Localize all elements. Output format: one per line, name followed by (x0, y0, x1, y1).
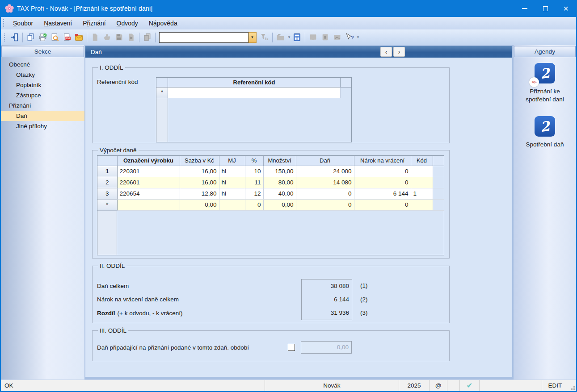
row-selector[interactable]: 1 (97, 166, 117, 177)
tax-table-new-row: * 0,00 0 0,00 0 0 (97, 199, 444, 210)
agenda-icon: 2 (535, 116, 555, 137)
status-mode: EDIT (542, 380, 568, 391)
sidebar-item-dan[interactable]: Daň (1, 111, 84, 121)
save-icon (115, 33, 123, 42)
filter-icon (260, 33, 269, 42)
print-preview-button[interactable] (49, 31, 61, 43)
close-button[interactable]: × (556, 0, 576, 17)
exit-icon (10, 33, 19, 42)
maximize-button[interactable] (535, 0, 556, 17)
submit-2-button[interactable] (319, 31, 331, 43)
col-oznaceni-vyrobku[interactable]: Označení výrobku (117, 156, 180, 166)
agenda-label: Přiznání ke spotřební dani (518, 88, 572, 104)
submit-2-icon (321, 33, 329, 42)
totals-box: 38 080 6 144 31 936 (301, 279, 352, 320)
submit-3-button[interactable] (331, 31, 343, 43)
col-pct[interactable]: % (245, 156, 263, 166)
ref-grid-cell[interactable] (168, 88, 341, 98)
rozdil-value: 31 936 (302, 306, 352, 320)
col-dan[interactable]: Daň (296, 156, 354, 166)
copy-record-icon (143, 33, 152, 42)
records-icon (276, 33, 285, 42)
sections-list: Obecné Otázky Poplatník Zástupce Přiznán… (1, 58, 84, 131)
ref-grid-corner (156, 78, 168, 88)
line-number-3: (3) (352, 306, 379, 320)
mail-button[interactable] (73, 31, 85, 43)
search-combobox: ▼ (159, 32, 257, 43)
row-selector[interactable]: 3 (97, 188, 117, 199)
tax-calc-legend: Výpočet daně (98, 147, 139, 154)
copy-record-button[interactable] (141, 31, 153, 43)
filter-button[interactable] (258, 31, 270, 43)
agenda-priznani-ke-spotrebni-dani[interactable]: 2 ✎ Přiznání ke spotřební dani (514, 63, 576, 104)
status-at-icon: @ (430, 380, 447, 391)
search-dropdown-button[interactable]: ▼ (248, 32, 257, 43)
mail-icon (75, 33, 83, 42)
pdf-export-icon: PDF (63, 33, 71, 42)
minimize-button[interactable] (514, 0, 535, 17)
resize-grip[interactable] (568, 380, 576, 391)
rozdil-label: Rozdíl (+ k odvodu, - k vrácení) (97, 306, 301, 320)
col-narok[interactable]: Nárok na vrácení (354, 156, 411, 166)
statusbar: OK Novák 2025 @ ✔ EDIT (1, 379, 576, 391)
line-number-1: (1) (352, 279, 379, 292)
new-row-marker[interactable]: * (97, 199, 117, 210)
next-section-button[interactable]: › (393, 47, 405, 57)
section-1-legend: I. ODDÍL (98, 64, 125, 71)
sidebar-item-jine-prilohy[interactable]: Jiné přílohy (1, 121, 84, 131)
menu-odvody[interactable]: Odvody (111, 18, 143, 29)
agenda-label: Spotřební daň (518, 141, 572, 149)
menu-priznani[interactable]: Přiznání (77, 18, 111, 29)
ref-grid-new-row-marker[interactable]: * (156, 88, 168, 98)
app-window: TAX Profi - Novák - [Přiznání ke spotřeb… (0, 0, 577, 392)
main-header: Daň ‹ › (85, 46, 512, 58)
menubar-grip (3, 19, 5, 27)
prev-section-button[interactable]: ‹ (380, 47, 392, 57)
calculator-button[interactable] (291, 31, 303, 43)
dan-pripadajici-checkbox[interactable] (288, 344, 295, 351)
dan-pripadajici-input: 0,00 (301, 341, 352, 354)
status-check-icon: ✔ (460, 380, 480, 391)
col-mj[interactable]: MJ (219, 156, 245, 166)
help-dropdown-arrow[interactable]: ▼ (356, 35, 360, 39)
records-button[interactable] (274, 31, 286, 43)
col-sazba[interactable]: Sazba v Kč (180, 156, 219, 166)
dan-celkem-value: 38 080 (302, 279, 352, 293)
sidebar-item-obecne[interactable]: Obecné (1, 59, 84, 70)
tax-table-row: 1 220301 16,00 hl 10 150,00 24 000 0 (97, 166, 444, 177)
approve-button[interactable] (101, 31, 113, 43)
sidebar-item-poplatnik[interactable]: Poplatník (1, 80, 84, 90)
new-record-button[interactable] (89, 31, 101, 43)
menu-soubor[interactable]: Soubor (8, 18, 38, 29)
context-help-button[interactable]: ? (343, 31, 355, 43)
save-button[interactable] (113, 31, 125, 43)
print-preview-icon (51, 33, 59, 42)
row-selector[interactable]: 2 (97, 177, 117, 188)
copy-pages-button[interactable] (25, 31, 37, 43)
line-number-2: (2) (352, 293, 379, 306)
col-mnozstvi[interactable]: Množství (263, 156, 296, 166)
sidebar-item-zastupce[interactable]: Zástupce (1, 90, 84, 100)
submit-1-button[interactable] (307, 31, 319, 43)
menu-nastaveni[interactable]: Nastavení (38, 18, 77, 29)
agendy-panel-header: Agendy (514, 46, 576, 57)
section-2: II. ODDÍL Daň celkem Nárok na vrácení da… (92, 263, 450, 323)
records-dropdown-arrow[interactable]: ▼ (287, 35, 291, 39)
col-kod[interactable]: Kód (411, 156, 433, 166)
exit-button[interactable] (8, 31, 21, 43)
sections-panel: Sekce Obecné Otázky Poplatník Zástupce P… (1, 45, 84, 379)
agenda-spotrebni-dan[interactable]: 2 Spotřební daň (514, 116, 576, 149)
delete-record-button[interactable] (125, 31, 137, 43)
sidebar-item-priznani[interactable]: Přiznání (1, 100, 84, 111)
svg-text:?: ? (351, 34, 354, 40)
search-input[interactable] (159, 32, 248, 43)
main-body: I. ODDÍL Referenční kód Referenční kód (85, 58, 512, 377)
sidebar-item-otazky[interactable]: Otázky (1, 70, 84, 80)
section-3: III. ODDÍL Daň připadající na přiznání p… (92, 327, 450, 361)
print-button[interactable] (37, 31, 49, 43)
pdf-export-button[interactable]: PDF (61, 31, 73, 43)
menubar: Soubor Nastavení Přiznání Odvody Nápověd… (1, 17, 576, 29)
agendy-panel: Agendy 2 ✎ Přiznání ke spotřební dani 2 … (514, 45, 576, 379)
menu-napoveda[interactable]: Nápověda (143, 18, 183, 29)
sections-panel-header: Sekce (1, 46, 84, 57)
